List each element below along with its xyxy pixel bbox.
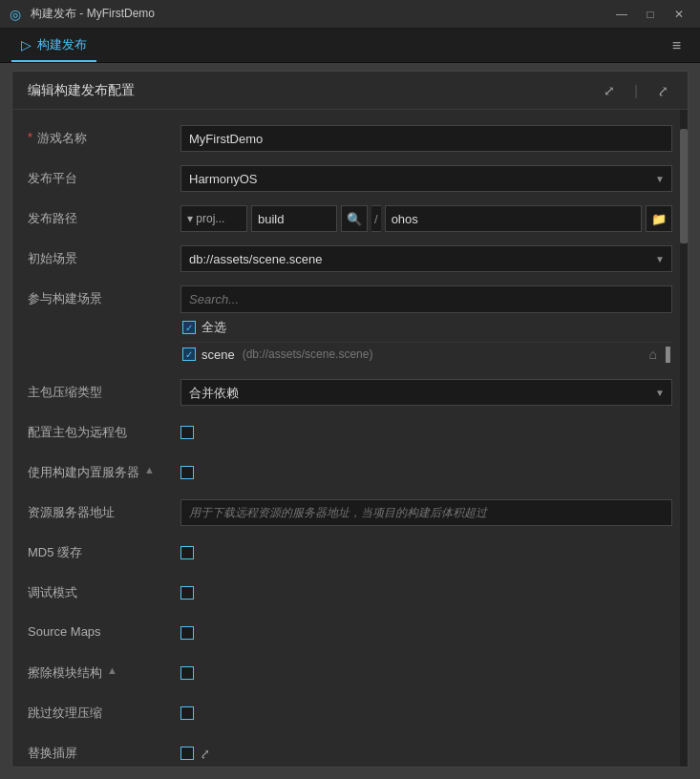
game-name-control — [180, 125, 672, 152]
dialog-container: 编辑构建发布配置 ⤢ | ⤤ * 游戏名称 发布平台 — [11, 71, 689, 768]
path-slash: / — [371, 205, 381, 232]
builtin-server-label: 使用构建内置服务器 ▲ — [28, 459, 180, 481]
path-ohos: ohos — [385, 205, 642, 232]
expand-button[interactable]: ⤢ — [600, 81, 619, 100]
scene-search-input[interactable] — [189, 292, 664, 306]
platform-select-wrapper: HarmonyOS Android iOS Web — [180, 165, 672, 192]
scene-home-icon[interactable]: ⌂ — [649, 347, 657, 362]
scene-item-actions: ⌂ ▐ — [649, 347, 670, 362]
participate-label: 参与构建场景 — [28, 285, 180, 307]
source-maps-label: Source Maps — [28, 620, 180, 639]
compress-row: 主包压缩类型 合并依赖 无压缩 ZLIB ZSTD — [28, 379, 672, 406]
resource-server-input[interactable] — [180, 499, 672, 526]
path-control: ▾ proj... 🔍 / ohos 📁 — [180, 205, 672, 232]
game-name-input[interactable] — [180, 125, 672, 152]
replace-splash-row: 替换插屏 ⤤ — [28, 740, 672, 767]
app-header: ▷ 构建发布 ≡ — [0, 29, 700, 63]
md5-row: MD5 缓存 — [28, 539, 672, 566]
title-bar: ◎ 构建发布 - MyFirstDemo — □ ✕ — [0, 0, 700, 29]
dialog-actions: ⤢ | ⤤ — [600, 81, 672, 100]
folder-icon: 📁 — [651, 212, 667, 226]
scene-del-icon[interactable]: ▐ — [661, 347, 670, 362]
replace-splash-control: ⤤ — [180, 740, 672, 767]
dialog-title: 编辑构建发布配置 — [28, 82, 600, 99]
select-all-checkbox[interactable] — [182, 321, 196, 334]
builtin-server-info-icon: ▲ — [144, 464, 155, 475]
remote-pkg-label: 配置主包为远程包 — [28, 419, 180, 441]
initial-scene-row: 初始场景 db://assets/scene.scene — [28, 245, 672, 272]
path-label: 发布路径 — [28, 205, 180, 227]
debug-control — [180, 579, 672, 606]
dialog-titlebar: 编辑构建发布配置 ⤢ | ⤤ — [12, 72, 688, 110]
build-publish-tab[interactable]: ▷ 构建发布 — [11, 29, 96, 62]
scrollbar-thumb[interactable] — [680, 129, 688, 243]
select-all-label: 全选 — [202, 319, 226, 336]
md5-label: MD5 缓存 — [28, 539, 180, 561]
skip-texture-control — [180, 700, 672, 726]
compress-control: 合并依赖 无压缩 ZLIB ZSTD — [180, 379, 672, 406]
erase-module-checkbox[interactable] — [180, 666, 194, 680]
replace-splash-checkbox[interactable] — [180, 747, 194, 760]
resource-server-control — [180, 499, 672, 526]
skip-texture-label: 跳过纹理压缩 — [28, 700, 180, 722]
remote-pkg-row: 配置主包为远程包 — [28, 419, 672, 446]
source-maps-control — [180, 620, 672, 646]
tab-icon: ▷ — [21, 37, 32, 53]
app-icon: ◎ — [8, 7, 23, 22]
compress-select[interactable]: 合并依赖 无压缩 ZLIB ZSTD — [180, 379, 672, 406]
builtin-server-control — [180, 459, 672, 486]
search-icon: 🔍 — [347, 212, 362, 226]
platform-row: 发布平台 HarmonyOS Android iOS Web — [28, 165, 672, 192]
initial-scene-select[interactable]: db://assets/scene.scene — [180, 245, 672, 272]
path-search-button[interactable]: 🔍 — [341, 205, 368, 232]
erase-module-control — [180, 660, 672, 686]
remote-pkg-control — [180, 419, 672, 446]
path-build-input[interactable] — [251, 205, 337, 232]
required-marker: * — [28, 130, 32, 144]
compress-label: 主包压缩类型 — [28, 379, 180, 401]
path-folder-button[interactable]: 📁 — [646, 205, 672, 232]
maximize-button[interactable]: □ — [637, 1, 664, 28]
participate-control: 全选 scene (db://assets/scene.scene) ⌂ ▐ — [180, 285, 672, 366]
header-menu-button[interactable]: ≡ — [665, 33, 689, 58]
remote-pkg-checkbox[interactable] — [180, 426, 194, 439]
platform-control: HarmonyOS Android iOS Web — [180, 165, 672, 192]
initial-scene-label: 初始场景 — [28, 245, 180, 267]
path-proj-segment[interactable]: ▾ proj... — [180, 205, 247, 232]
resource-server-label: 资源服务器地址 — [28, 499, 180, 521]
select-all-row: 全选 — [180, 313, 672, 342]
skip-texture-checkbox[interactable] — [180, 706, 194, 720]
path-row-inner: ▾ proj... 🔍 / ohos 📁 — [180, 205, 672, 232]
participate-row: 参与构建场景 全选 scene (db://assets/scene.scene… — [28, 285, 672, 366]
tab-label: 构建发布 — [37, 36, 87, 53]
minimize-button[interactable]: — — [608, 1, 635, 28]
scene-item-checkbox[interactable] — [182, 347, 196, 361]
builtin-server-checkbox[interactable] — [180, 466, 194, 479]
md5-checkbox[interactable] — [180, 546, 194, 559]
debug-label: 调试模式 — [28, 579, 180, 601]
source-maps-row: Source Maps — [28, 620, 672, 646]
dialog-content: * 游戏名称 发布平台 HarmonyOS Android iOS Web — [12, 110, 688, 767]
close-button[interactable]: ✕ — [666, 1, 692, 28]
debug-checkbox[interactable] — [180, 586, 194, 600]
scene-item-row: scene (db://assets/scene.scene) ⌂ ▐ — [180, 342, 672, 366]
scene-item-path: (db://assets/scene.scene) — [243, 347, 373, 361]
external-button[interactable]: ⤤ — [653, 81, 672, 100]
platform-select[interactable]: HarmonyOS Android iOS Web — [180, 165, 672, 192]
separator: | — [630, 81, 642, 100]
debug-row: 调试模式 — [28, 579, 672, 606]
erase-module-label: 擦除模块结构 ▲ — [28, 660, 180, 682]
scene-search-container — [180, 285, 672, 313]
md5-control — [180, 539, 672, 566]
skip-texture-row: 跳过纹理压缩 — [28, 700, 672, 726]
platform-label: 发布平台 — [28, 165, 180, 187]
game-name-row: * 游戏名称 — [28, 125, 672, 152]
replace-splash-external-icon[interactable]: ⤤ — [200, 747, 210, 761]
window-controls: — □ ✕ — [608, 1, 692, 28]
path-proj-text: ▾ proj... — [187, 212, 224, 225]
source-maps-checkbox[interactable] — [180, 626, 194, 640]
erase-module-info-icon: ▲ — [107, 664, 117, 676]
initial-scene-select-wrapper: db://assets/scene.scene — [180, 245, 672, 272]
builtin-server-row: 使用构建内置服务器 ▲ — [28, 459, 672, 486]
title-text: 构建发布 - MyFirstDemo — [31, 6, 601, 22]
